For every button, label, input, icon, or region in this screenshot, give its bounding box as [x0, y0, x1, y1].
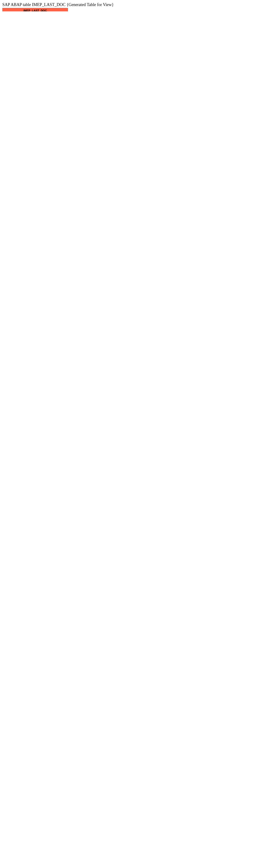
main-table-header: IMEP_LAST_DOC: [3, 8, 68, 11]
page-title: SAP ABAP table IMEP_LAST_DOC {Generated …: [2, 2, 272, 7]
main-table: IMEP_LAST_DOCMANDT [CLNT (3)]MELNR [CHAR…: [2, 8, 68, 11]
